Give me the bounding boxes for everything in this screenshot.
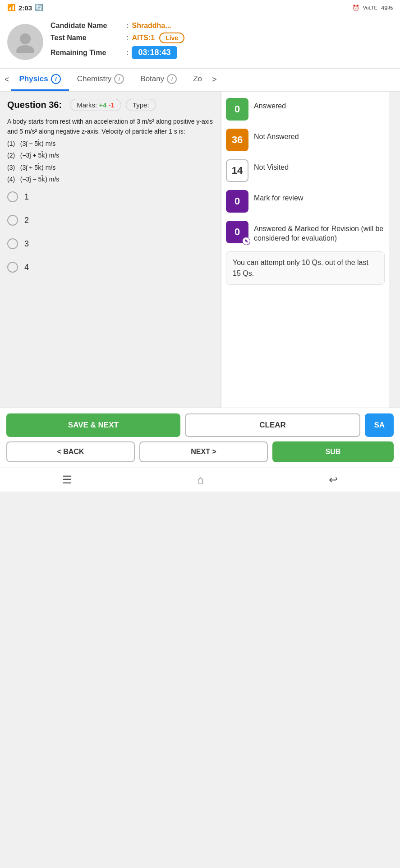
option-2[interactable]: 2 bbox=[7, 215, 213, 226]
zoology-tab-label: Zo bbox=[193, 74, 202, 84]
chemistry-info-icon[interactable]: i bbox=[114, 74, 124, 84]
candidate-name-value: Shraddha... bbox=[132, 22, 171, 30]
time-display: 2:03 bbox=[18, 4, 32, 12]
physics-tab-label: Physics bbox=[19, 74, 48, 84]
status-mark-review: 0 Mark for review bbox=[226, 190, 385, 213]
status-answered-marked: 0 ✎ Answered & Marked for Revision (will… bbox=[226, 221, 385, 243]
status-right: ⏰ VoLTE 49% bbox=[352, 5, 393, 11]
question-title: Question 36: bbox=[7, 100, 62, 110]
candidate-info: Candidate Name : Shraddha... Test Name :… bbox=[51, 22, 393, 62]
submit-button[interactable]: SUB bbox=[272, 441, 394, 462]
not-visited-label: Not Visited bbox=[254, 159, 289, 172]
marks-badge: Marks: +4 -1 bbox=[70, 99, 121, 111]
tab-physics[interactable]: Physics i bbox=[11, 69, 69, 91]
svg-point-1 bbox=[16, 45, 34, 53]
option-1-label: 1 bbox=[24, 192, 29, 202]
test-name-row: Test Name : AITS:1 Live bbox=[51, 32, 393, 43]
volte-label: VoLTE bbox=[363, 5, 377, 10]
remaining-time-row: Remaining Time : 03:18:43 bbox=[51, 46, 393, 59]
question-text-p: A body starts from rest with an accelera… bbox=[7, 116, 213, 137]
option-text-4: (4) (−3ĵ − 5k̂) m/s bbox=[7, 174, 213, 184]
subject-tabs: < Physics i Chemistry i Botany i Zo > bbox=[0, 69, 400, 92]
mark-review-label: Mark for review bbox=[254, 190, 303, 203]
answered-label: Answered bbox=[254, 98, 286, 111]
tooltip-text: You can attempt only 10 Qs. out of the l… bbox=[233, 259, 368, 277]
status-left: 📶 2:03 🔄 bbox=[7, 4, 43, 12]
mark-review-count: 0 bbox=[226, 190, 248, 213]
option-1[interactable]: 1 bbox=[7, 191, 213, 202]
sync-icon: 🔄 bbox=[35, 4, 43, 12]
option-4[interactable]: 4 bbox=[7, 262, 213, 273]
test-name-value: AITS:1 bbox=[132, 34, 155, 42]
option-3[interactable]: 3 bbox=[7, 238, 213, 249]
tab-zoology[interactable]: Zo bbox=[185, 69, 210, 90]
option-4-label: 4 bbox=[24, 263, 29, 272]
botany-info-icon[interactable]: i bbox=[167, 74, 177, 84]
android-nav-bar: ☰ ⌂ ↩ bbox=[0, 468, 400, 492]
next-button[interactable]: NEXT > bbox=[139, 441, 268, 462]
svg-point-0 bbox=[20, 33, 31, 44]
radio-3[interactable] bbox=[7, 238, 18, 249]
back-icon[interactable]: ↩ bbox=[329, 473, 338, 486]
home-icon[interactable]: ⌂ bbox=[197, 473, 204, 486]
signal-icon: 📶 bbox=[7, 4, 16, 12]
option-2-label: 2 bbox=[24, 216, 29, 225]
status-bar: 📶 2:03 🔄 ⏰ VoLTE 49% bbox=[0, 0, 400, 15]
clear-button[interactable]: CLEAR bbox=[185, 413, 361, 437]
question-panel: Question 36: Marks: +4 -1 Type: A body s… bbox=[0, 92, 221, 408]
botany-tab-label: Botany bbox=[140, 74, 164, 84]
live-badge: Live bbox=[159, 32, 184, 43]
marks-label: Marks: bbox=[77, 101, 97, 109]
answered-count: 0 bbox=[226, 98, 248, 121]
radio-1[interactable] bbox=[7, 191, 18, 202]
answered-marked-label: Answered & Marked for Revision (will be … bbox=[254, 221, 385, 243]
bottom-bar: SAVE & NEXT CLEAR SA < BACK NEXT > SUB bbox=[0, 408, 400, 468]
action-buttons: SAVE & NEXT CLEAR SA bbox=[6, 413, 394, 437]
option-text-3: (3) (3ĵ + 5k̂) m/s bbox=[7, 162, 213, 172]
nav-buttons: < BACK NEXT > SUB bbox=[6, 441, 394, 462]
alarm-icon: ⏰ bbox=[352, 5, 359, 11]
remaining-time-label: Remaining Time bbox=[51, 49, 123, 57]
tab-botany[interactable]: Botany i bbox=[132, 69, 185, 91]
option-3-label: 3 bbox=[24, 239, 29, 249]
option-text-2: (2) (−3ĵ + 5k̂) m/s bbox=[7, 150, 213, 160]
chemistry-tab-label: Chemistry bbox=[77, 74, 112, 84]
physics-info-icon[interactable]: i bbox=[51, 74, 61, 84]
answered-marked-count: 0 ✎ bbox=[226, 221, 248, 243]
status-answered: 0 Answered bbox=[226, 98, 385, 121]
save-button[interactable]: SA bbox=[365, 413, 394, 437]
not-answered-count: 36 bbox=[226, 129, 248, 151]
menu-icon[interactable]: ☰ bbox=[62, 473, 72, 486]
status-not-visited: 14 Not Visited bbox=[226, 159, 385, 182]
answer-options: 1 2 3 4 bbox=[7, 191, 213, 273]
question-body: A body starts from rest with an accelera… bbox=[7, 116, 213, 184]
type-label: Type: bbox=[133, 101, 149, 109]
save-next-button[interactable]: SAVE & NEXT bbox=[6, 413, 180, 437]
attempt-tooltip: You can attempt only 10 Qs. out of the l… bbox=[226, 251, 385, 285]
radio-2[interactable] bbox=[7, 215, 18, 226]
tab-next-arrow[interactable]: > bbox=[210, 75, 219, 84]
tab-prev-arrow[interactable]: < bbox=[3, 75, 11, 84]
avatar bbox=[7, 24, 43, 60]
avatar-icon bbox=[14, 31, 37, 53]
marks-negative: -1 bbox=[109, 101, 115, 109]
header: Candidate Name : Shraddha... Test Name :… bbox=[0, 15, 400, 69]
side-panel: 0 Answered 36 Not Answered 14 Not Visite… bbox=[221, 92, 389, 408]
battery-display: 49% bbox=[381, 5, 393, 11]
tab-chemistry[interactable]: Chemistry i bbox=[69, 69, 133, 91]
candidate-name-row: Candidate Name : Shraddha... bbox=[51, 22, 393, 30]
type-badge: Type: bbox=[126, 99, 156, 111]
status-not-answered: 36 Not Answered bbox=[226, 129, 385, 151]
candidate-name-label: Candidate Name bbox=[51, 22, 123, 30]
not-visited-count: 14 bbox=[226, 159, 248, 182]
marks-positive: +4 bbox=[99, 101, 106, 109]
back-button[interactable]: < BACK bbox=[6, 441, 135, 462]
edit-icon: ✎ bbox=[243, 238, 250, 245]
question-header: Question 36: Marks: +4 -1 Type: bbox=[7, 99, 213, 111]
radio-4[interactable] bbox=[7, 262, 18, 273]
option-text-1: (1) (3ĵ − 5k̂) m/s bbox=[7, 139, 213, 149]
test-name-label: Test Name bbox=[51, 34, 123, 42]
not-answered-label: Not Answered bbox=[254, 129, 299, 142]
main-content: Question 36: Marks: +4 -1 Type: A body s… bbox=[0, 92, 400, 408]
timer-display: 03:18:43 bbox=[132, 46, 177, 59]
